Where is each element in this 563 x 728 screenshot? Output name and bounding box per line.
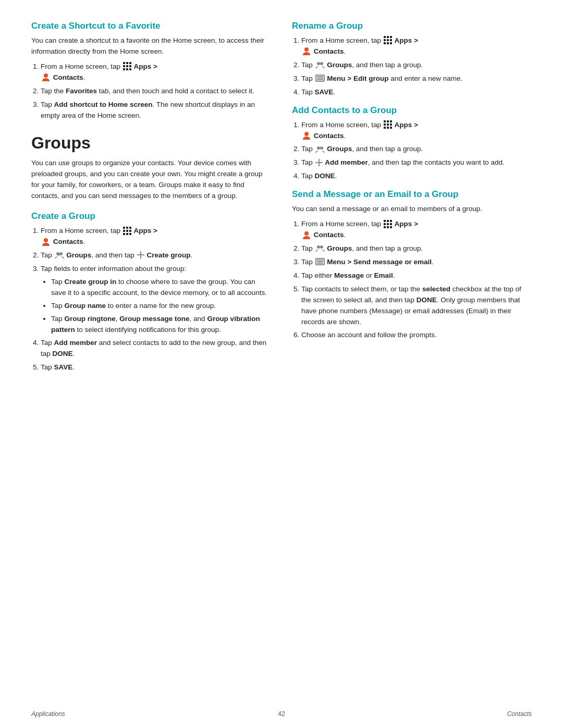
send-message-intro: You can send a message or an email to me… bbox=[292, 204, 532, 215]
svg-rect-60 bbox=[384, 226, 386, 228]
svg-rect-15 bbox=[129, 230, 131, 232]
rename-step-2: Tap Groups, and then tap a group. bbox=[301, 60, 532, 71]
bullet-group-name: Tap Group name to enter a name for the n… bbox=[51, 301, 271, 312]
footer-center: 42 bbox=[278, 710, 285, 718]
contacts-label-2: Contacts bbox=[53, 238, 83, 245]
create-group-step-4: Tap Add member and select contacts to ad… bbox=[41, 338, 271, 360]
shortcut-intro: You can create a shortcut to a favorite … bbox=[31, 35, 271, 57]
svg-rect-29 bbox=[390, 39, 392, 41]
done-label-1: DONE bbox=[53, 350, 73, 357]
svg-point-51 bbox=[320, 146, 323, 150]
apps-label: Apps > bbox=[134, 63, 157, 70]
svg-rect-58 bbox=[387, 223, 389, 225]
svg-rect-61 bbox=[387, 226, 389, 228]
group-ringtone: Group ringtone bbox=[65, 315, 116, 323]
svg-rect-32 bbox=[390, 42, 392, 44]
apps-icon-4 bbox=[384, 120, 392, 129]
svg-rect-56 bbox=[390, 220, 392, 222]
menu-label-1: Menu > Edit group bbox=[327, 75, 388, 82]
svg-rect-44 bbox=[387, 124, 389, 126]
apps-label-5: Apps > bbox=[395, 220, 418, 228]
groups-title: Groups bbox=[31, 133, 271, 153]
svg-rect-4 bbox=[126, 65, 128, 67]
shortcut-step-3: Tap Add shortcut to Home screen. The new… bbox=[41, 100, 271, 121]
create-group-section: Create a Group From a Home screen, tap A… bbox=[31, 211, 271, 373]
apps-icon-5 bbox=[384, 220, 392, 228]
contacts-icon-4 bbox=[302, 131, 311, 140]
add-icon-1 bbox=[137, 251, 144, 258]
svg-rect-10 bbox=[123, 227, 125, 229]
groups-label-1: Groups bbox=[66, 251, 91, 259]
create-group-label: Create group bbox=[146, 251, 190, 259]
svg-rect-16 bbox=[123, 233, 125, 235]
groups-label-4: Groups bbox=[327, 244, 352, 252]
send-step-2: Tap Groups, and then tap a group. bbox=[301, 243, 532, 254]
svg-rect-18 bbox=[129, 233, 131, 235]
svg-point-34 bbox=[317, 62, 320, 65]
send-step-4: Tap either Message or Email. bbox=[301, 270, 532, 281]
send-step-1: From a Home screen, tap Apps > bbox=[301, 219, 532, 241]
svg-rect-54 bbox=[384, 220, 386, 222]
contacts-label-5: Contacts bbox=[314, 231, 344, 239]
create-group-title: Create a Group bbox=[31, 211, 271, 221]
group-name-label: Group name bbox=[65, 302, 106, 310]
contacts-label-4: Contacts bbox=[314, 132, 344, 140]
svg-point-35 bbox=[320, 62, 323, 65]
svg-point-65 bbox=[320, 245, 323, 249]
svg-rect-46 bbox=[384, 127, 386, 129]
menu-icon-2 bbox=[315, 258, 325, 265]
rename-step-4: Tap SAVE. bbox=[301, 87, 532, 98]
svg-rect-59 bbox=[390, 223, 392, 225]
bullet-create-group-in: Tap Create group in to choose where to s… bbox=[51, 277, 271, 299]
send-message-section: Send a Message or an Email to a Group Yo… bbox=[292, 189, 532, 341]
apps-icon bbox=[123, 62, 131, 70]
apps-icon-3 bbox=[384, 36, 392, 44]
footer-right: Contacts bbox=[507, 710, 532, 718]
save-label-2: SAVE bbox=[315, 88, 334, 96]
svg-rect-48 bbox=[390, 127, 392, 129]
send-step-5: Tap contacts to select them, or tap the … bbox=[301, 284, 532, 328]
create-group-bullets: Tap Create group in to choose where to s… bbox=[51, 277, 271, 336]
menu-label-2: Menu > Send message or email bbox=[327, 258, 432, 266]
rename-group-steps: From a Home screen, tap Apps > bbox=[301, 35, 532, 98]
apps-icon-2 bbox=[123, 227, 131, 235]
svg-rect-40 bbox=[384, 120, 386, 122]
contacts-label-3: Contacts bbox=[314, 47, 344, 55]
svg-rect-28 bbox=[387, 39, 389, 41]
email-label: Email bbox=[374, 272, 393, 279]
groups-intro: You can use groups to organize your cont… bbox=[31, 158, 271, 202]
add-icon-2 bbox=[315, 159, 323, 166]
svg-point-50 bbox=[317, 146, 320, 150]
svg-point-63 bbox=[304, 231, 309, 236]
svg-rect-31 bbox=[387, 42, 389, 44]
svg-point-49 bbox=[304, 132, 309, 136]
send-step-3: Tap Menu > Send message or email. bbox=[301, 257, 532, 268]
svg-rect-11 bbox=[126, 227, 128, 229]
contacts-icon-3 bbox=[302, 46, 311, 56]
svg-rect-43 bbox=[384, 124, 386, 126]
favorites-tab: Favorites bbox=[66, 87, 97, 95]
shortcut-step-1: From a Home screen, tap Apps > bbox=[41, 61, 271, 83]
create-group-steps: From a Home screen, tap Apps > bbox=[41, 226, 271, 373]
svg-rect-13 bbox=[123, 230, 125, 232]
send-message-title: Send a Message or an Email to a Group bbox=[292, 189, 532, 200]
svg-rect-7 bbox=[126, 68, 128, 70]
svg-rect-8 bbox=[129, 68, 131, 70]
svg-rect-41 bbox=[387, 120, 389, 122]
menu-icon-1 bbox=[315, 75, 325, 82]
add-contacts-title: Add Contacts to a Group bbox=[292, 105, 532, 116]
groups-icon-4 bbox=[315, 243, 325, 253]
rename-group-section: Rename a Group From a Home screen, tap A… bbox=[292, 21, 532, 98]
groups-icon-3 bbox=[315, 144, 325, 154]
contacts-label-1: Contacts bbox=[53, 73, 83, 81]
svg-rect-62 bbox=[390, 226, 392, 228]
svg-point-9 bbox=[44, 73, 48, 78]
svg-rect-23 bbox=[137, 254, 144, 255]
apps-label-3: Apps > bbox=[395, 36, 418, 44]
rename-step-1: From a Home screen, tap Apps > bbox=[301, 35, 532, 57]
svg-point-33 bbox=[304, 47, 309, 52]
create-group-step-1: From a Home screen, tap Apps > bbox=[41, 226, 271, 248]
contacts-icon-1 bbox=[41, 72, 51, 82]
svg-rect-55 bbox=[387, 220, 389, 222]
svg-rect-30 bbox=[384, 42, 386, 44]
